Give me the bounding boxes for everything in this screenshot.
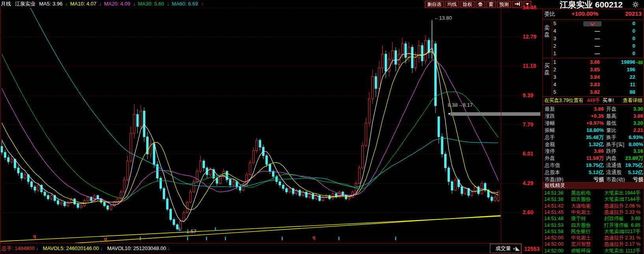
alert-stock: 四方股份 (571, 222, 591, 228)
alerts-header: 短线精灵 (543, 182, 644, 189)
alert-row[interactable]: 14:52:00中化岩土急速拉升2.31 % (544, 235, 643, 241)
quote-label: 振幅 (545, 127, 555, 134)
volume-header-bar: 总手: 1484800 ↓ MAVOL5: 246020146.00 ↓ MAV… (2, 245, 170, 252)
candle-body (454, 180, 456, 190)
price-axis-label: 14.48 (523, 4, 536, 11)
candle-body (249, 163, 251, 175)
quote-label: 涨幅 (545, 120, 555, 127)
kline-chart[interactable] (0, 0, 542, 254)
quote-label: 总股本 (545, 169, 560, 176)
price-axis-label: 12.79 (523, 33, 536, 40)
alert-time: 14:51:42 (544, 203, 564, 209)
level-seq: 4 (553, 82, 556, 87)
alert-row[interactable]: 14:52:00侨银环保大笔卖出1112手 (544, 248, 643, 254)
candle-body (153, 144, 155, 165)
quote-row: 最新3.86开盘3.30 (544, 106, 643, 113)
trendline (0, 216, 501, 241)
candle-body (405, 44, 407, 57)
candle-body (130, 133, 132, 161)
candle-body (451, 182, 453, 190)
alert-action: 打开涨停板 (604, 222, 629, 228)
alert-action: 大笔卖出 (604, 228, 624, 235)
divider (542, 58, 643, 58)
alert-row[interactable]: 14:51:42大连电瓷急速拉升2.06 % (544, 203, 643, 209)
zongshou-value: 1484800 (15, 245, 35, 251)
down-arrow-icon: ↓ (101, 245, 103, 251)
level-volume: 22 (604, 74, 635, 80)
alert-row[interactable]: 14:51:36昊志机电大笔卖出1944手 (544, 190, 643, 196)
candle-body (497, 191, 499, 201)
alert-row[interactable]: 14:51:38四方股份大笔卖出17144手 (544, 196, 643, 202)
alert-value: 2.33 % (625, 209, 640, 215)
candle-body (491, 197, 493, 201)
gap-zone-handle (449, 113, 450, 115)
alert-value: 6.85 (631, 222, 640, 228)
buy-row-5[interactable]: 53.8288 (553, 89, 642, 96)
alert-row[interactable]: 14:51:45中化岩土急速拉升2.33 % (544, 209, 643, 215)
selector-label: 成交量 (495, 245, 511, 251)
quote-value: 19.75亿 (568, 162, 604, 169)
candle-body (259, 140, 261, 147)
alert-row[interactable]: 14:51:58民生银行大笔卖出10217手 (544, 228, 643, 235)
level-price: 3.85 (576, 67, 600, 72)
mavol5-label: MAVOL5: (43, 245, 65, 251)
sell-row-5[interactable]: 50 (553, 20, 642, 28)
time-axis-tick (395, 237, 396, 240)
alert-value: 2.06 % (625, 203, 640, 209)
sell-row-3[interactable]: 3—0 (553, 35, 642, 43)
candle-body (471, 192, 473, 195)
alert-row[interactable]: 14:51:48搜于特封跌停板3.69 (544, 215, 643, 222)
level-seq: 1 (553, 50, 556, 56)
buy-row-2[interactable]: 23.85196 (553, 67, 642, 74)
candle-body (80, 206, 82, 207)
quote-value: +0.35 (568, 113, 604, 120)
quote-value: 3.86 (614, 113, 643, 120)
buy-row-3[interactable]: 33.8422 (553, 74, 642, 82)
candle-body (133, 114, 135, 133)
candle-body (74, 199, 76, 204)
candle-body (44, 192, 46, 195)
level-seq: 1 (553, 59, 556, 65)
sell-row-1[interactable]: 1—0 (553, 50, 642, 58)
candle-body (143, 111, 145, 137)
chart-bottom-border (0, 243, 521, 243)
candle-body (401, 44, 403, 54)
candle-body (391, 51, 393, 59)
sell-row-2[interactable]: 2—0 (553, 43, 642, 50)
sell-row-4[interactable]: 4—0 (553, 28, 642, 35)
alert-stock: 大连电瓷 (571, 203, 591, 209)
low-annotation: ←1.57 (181, 228, 196, 234)
level-volume: 0 (604, 50, 635, 56)
candle-body (415, 57, 417, 68)
time-axis-tick (187, 237, 188, 240)
gear-icon[interactable] (632, 1, 639, 9)
level-volume: 0 (604, 20, 635, 26)
candle-body (445, 154, 447, 168)
resize-corner-icon[interactable] (516, 247, 520, 251)
quote-row: 总手35.48万换手6.93% (544, 134, 643, 141)
alert-row[interactable]: 14:52:00宏川智慧急速拉升2.17 % (544, 241, 643, 247)
candle-body (318, 195, 320, 200)
buy-side-label: 买盘 (544, 62, 551, 76)
alert-row[interactable]: 14:51:53四方股份打开涨停板6.85 (544, 222, 643, 228)
level-volume: 0 (604, 35, 635, 41)
quote-value: 8.00% (614, 141, 643, 148)
divider (542, 104, 643, 105)
alert-value: 3.69 (631, 215, 640, 222)
candle-body (289, 189, 291, 192)
alert-value: 2.17 % (625, 241, 640, 247)
view-details-link[interactable]: 查看详细 (623, 97, 642, 104)
collapse-levels-button[interactable] (583, 21, 601, 26)
candle-body (20, 173, 22, 178)
alert-time: 14:52:00 (544, 248, 564, 254)
alert-value: 2.31 % (625, 235, 640, 241)
alert-action: 急速拉升 (604, 209, 624, 215)
candle-body (348, 197, 350, 199)
sell-side-label: 卖盘 (544, 24, 551, 38)
alert-stock: 宏川智慧 (571, 241, 591, 247)
quote-value: 5.12亿 (568, 169, 604, 176)
buy-row-1[interactable]: 13.8619896-40 (553, 59, 642, 67)
buy-row-4[interactable]: 43.8311 (553, 82, 642, 89)
gap-annotation: 8.38→8.17 (448, 102, 473, 108)
candle-body (282, 185, 284, 189)
